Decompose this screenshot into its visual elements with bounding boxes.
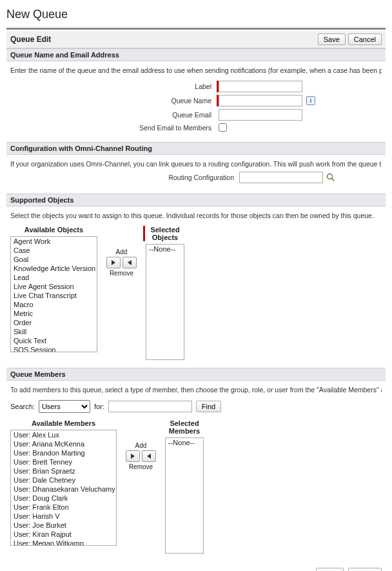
remove-member-button[interactable] xyxy=(142,450,156,462)
list-item[interactable]: --None-- xyxy=(146,245,184,254)
list-item[interactable]: Live Agent Session xyxy=(11,282,97,291)
for-label: for: xyxy=(94,403,104,410)
svg-line-1 xyxy=(332,179,335,181)
supported-intro: Select the objects you want to assign to… xyxy=(10,212,382,219)
name-email-intro: Enter the name of the queue and the emai… xyxy=(10,66,382,74)
list-item[interactable]: User: Ariana McKenna xyxy=(11,439,116,448)
list-item[interactable]: Agent Work xyxy=(11,237,97,246)
list-item[interactable]: Lead xyxy=(11,273,97,282)
add-label: Add xyxy=(104,248,139,255)
label-label: Label xyxy=(10,83,217,90)
info-icon[interactable]: i xyxy=(306,96,315,105)
queue-name-input[interactable] xyxy=(219,95,302,106)
remove-object-button[interactable] xyxy=(122,257,137,268)
list-item[interactable]: Order xyxy=(11,318,97,327)
save-button-bottom[interactable]: Save xyxy=(316,568,344,571)
svg-point-0 xyxy=(328,174,333,179)
add-label: Add xyxy=(123,442,159,449)
list-item[interactable]: User: Kiran Rajput xyxy=(11,530,116,539)
list-item[interactable]: Goal xyxy=(11,255,97,264)
list-item[interactable]: User: Harish V xyxy=(11,512,116,521)
divider xyxy=(6,28,386,30)
available-objects-title: Available Objects xyxy=(10,226,97,234)
edit-bar-title: Queue Edit xyxy=(10,35,318,44)
list-item[interactable]: Knowledge Article Version xyxy=(11,264,97,273)
cancel-button-bottom[interactable]: Cancel xyxy=(348,568,382,571)
list-item[interactable]: Live Chat Transcript xyxy=(11,291,97,300)
save-button-top[interactable]: Save xyxy=(318,34,346,45)
list-item[interactable]: User: Brett Tenney xyxy=(11,457,116,466)
queue-email-label: Queue Email xyxy=(10,111,217,119)
list-item[interactable]: Metric xyxy=(11,309,97,318)
available-members-list[interactable]: User: Alex LuxUser: Ariana McKennaUser: … xyxy=(10,430,117,546)
add-member-button[interactable] xyxy=(126,450,140,462)
page-title: New Queue xyxy=(6,8,386,21)
list-item[interactable]: Skill xyxy=(11,327,97,336)
selected-objects-title-text: Selected Objects xyxy=(150,226,179,241)
list-item[interactable]: User: Dhanasekaran Veluchamy xyxy=(11,485,116,494)
list-item[interactable]: User: Brandon Marting xyxy=(11,448,116,457)
list-item[interactable]: User: Megan Witkamp xyxy=(11,539,116,546)
label-input[interactable] xyxy=(219,81,302,92)
list-item[interactable]: User: Dale Chetney xyxy=(11,476,116,485)
section-header-name-email: Queue Name and Email Address xyxy=(6,48,386,61)
selected-objects-list[interactable]: --None-- xyxy=(146,244,184,360)
remove-label: Remove xyxy=(104,270,139,277)
add-object-button[interactable] xyxy=(106,257,121,268)
list-item[interactable]: User: Doug Clark xyxy=(11,494,116,503)
list-item[interactable]: --None-- xyxy=(166,438,203,447)
section-header-supported: Supported Objects xyxy=(6,194,386,206)
available-members-title: Available Members xyxy=(10,419,117,427)
list-item[interactable]: Macro xyxy=(11,300,97,309)
search-type-select[interactable]: Users xyxy=(39,400,90,413)
routing-config-label: Routing Configuration xyxy=(10,174,239,181)
section-header-omni: Configuration with Omni-Channel Routing xyxy=(6,142,386,155)
queue-name-label: Queue Name xyxy=(10,97,217,105)
selected-objects-title: Selected Objects xyxy=(146,226,184,241)
section-header-members: Queue Members xyxy=(6,368,386,381)
lookup-icon[interactable] xyxy=(326,172,336,183)
list-item[interactable]: Case xyxy=(11,246,97,255)
remove-label: Remove xyxy=(123,463,159,470)
list-item[interactable]: SOS Session xyxy=(11,345,97,352)
search-for-input[interactable] xyxy=(108,401,192,412)
cancel-button-top[interactable]: Cancel xyxy=(348,34,382,45)
selected-members-list[interactable]: --None-- xyxy=(165,437,204,554)
find-button[interactable]: Find xyxy=(196,401,221,412)
list-item[interactable]: User: Joe Burket xyxy=(11,521,116,530)
list-item[interactable]: User: Alex Lux xyxy=(11,430,116,439)
edit-bar: Queue Edit Save Cancel xyxy=(6,31,386,48)
send-email-checkbox[interactable] xyxy=(219,123,227,132)
list-item[interactable]: User: Brian Spraetz xyxy=(11,466,116,476)
routing-config-input[interactable] xyxy=(239,172,323,183)
available-objects-list[interactable]: Agent WorkCaseGoalKnowledge Article Vers… xyxy=(10,236,97,352)
send-email-label: Send Email to Members xyxy=(10,124,217,132)
selected-members-title: Selected Members xyxy=(165,419,204,435)
search-label: Search: xyxy=(10,403,35,410)
members-intro: To add members to this queue, select a t… xyxy=(10,386,382,394)
queue-email-input[interactable] xyxy=(219,109,302,121)
list-item[interactable]: Quick Text xyxy=(11,336,97,345)
omni-intro: If your organization uses Omni-Channel, … xyxy=(10,160,382,168)
list-item[interactable]: User: Frank Elton xyxy=(11,503,116,512)
